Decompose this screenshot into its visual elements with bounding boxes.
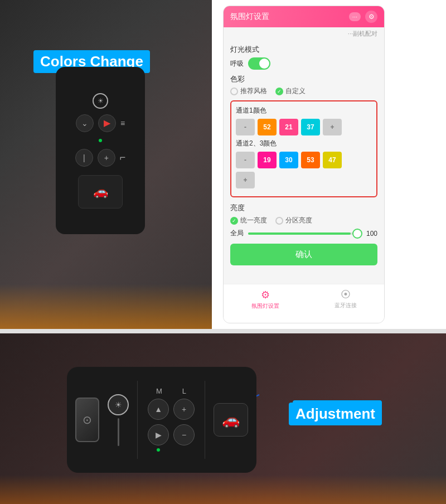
panel-row-2: ⌄ ▶ ≡ bbox=[76, 114, 125, 132]
nav-ambient[interactable]: ⚙ 氛围灯设置 bbox=[251, 289, 279, 310]
dial-knob[interactable]: ⊙ bbox=[75, 398, 99, 442]
brightness-title: 亮度 bbox=[230, 203, 377, 213]
power-btn[interactable]: | bbox=[75, 149, 93, 167]
m-label: M bbox=[156, 387, 162, 395]
green-dot bbox=[157, 448, 160, 452]
phone-app: 氛围灯设置 ··· ⚙ ···副机配对 灯光模式 呼吸 色彩 推荐风格 bbox=[223, 6, 385, 323]
color-section-title: 色彩 bbox=[230, 74, 377, 84]
header-dots[interactable]: ··· bbox=[349, 12, 361, 21]
app-header: 氛围灯设置 ··· ⚙ bbox=[224, 6, 384, 27]
gear-icon[interactable]: ⚙ bbox=[365, 11, 377, 23]
zone-label: 分区亮度 bbox=[285, 216, 312, 225]
app-subheader: ···副机配对 bbox=[224, 27, 384, 40]
minus-bottom-btn[interactable]: − bbox=[173, 424, 195, 445]
plus-bottom-btn[interactable]: + bbox=[173, 399, 195, 420]
channel23-chips: - 19 30 53 47 bbox=[236, 152, 372, 168]
channel1-title: 通道1颜色 bbox=[236, 106, 372, 115]
recommend-radio[interactable] bbox=[230, 88, 238, 95]
lines-icon: ≡ bbox=[120, 119, 125, 128]
slider-row: 全局 100 bbox=[230, 229, 377, 238]
breathing-label: 呼吸 bbox=[230, 59, 244, 69]
sun-section: ☀ bbox=[108, 394, 129, 446]
ambient-nav-icon: ⚙ bbox=[261, 289, 270, 301]
zone-radio[interactable] bbox=[275, 217, 283, 225]
control-panel-bottom: ⊙ ☀ M L ▲ + ▶ − 🚗 bbox=[67, 367, 256, 473]
chip-47[interactable]: 47 bbox=[323, 152, 342, 168]
chip-minus-2[interactable]: - bbox=[236, 152, 255, 168]
chip-minus-1[interactable]: - bbox=[236, 119, 255, 135]
adjustment-label: Adjustment bbox=[289, 403, 382, 425]
divider-line bbox=[137, 381, 138, 459]
chip-30[interactable]: 30 bbox=[279, 152, 298, 168]
down-arrow-btn[interactable]: ⌄ bbox=[76, 114, 94, 132]
plus-btn[interactable]: + bbox=[98, 149, 115, 167]
panel-row-3: | + ⌐ bbox=[75, 149, 126, 167]
all-label: 全局 bbox=[230, 229, 244, 238]
color-radio-row: 推荐风格 自定义 bbox=[230, 86, 377, 96]
chip-53[interactable]: 53 bbox=[301, 152, 320, 168]
recommend-option[interactable]: 推荐风格 bbox=[230, 86, 267, 96]
recommend-label: 推荐风格 bbox=[240, 86, 267, 96]
chip-19[interactable]: 19 bbox=[258, 152, 277, 168]
app-title: 氛围灯设置 bbox=[230, 12, 269, 22]
unified-radio[interactable] bbox=[230, 217, 238, 225]
car-icon-top[interactable]: 🚗 bbox=[78, 175, 123, 209]
channel23-title: 通道2、3颜色 bbox=[236, 139, 372, 148]
channel1-chips: - 52 21 37 + bbox=[236, 119, 372, 135]
breathing-row: 呼吸 bbox=[230, 57, 377, 70]
divider-line-2 bbox=[205, 381, 205, 459]
chip-plus-23[interactable]: + bbox=[236, 172, 255, 188]
ambient-nav-label: 氛围灯设置 bbox=[251, 302, 279, 310]
channel23-plus-row: + bbox=[236, 172, 372, 188]
right-arrow-bottom-btn[interactable]: ▶ bbox=[148, 424, 169, 445]
section-divider bbox=[0, 329, 446, 333]
bluetooth-nav-icon: ⦿ bbox=[341, 289, 351, 301]
zone-option[interactable]: 分区亮度 bbox=[275, 216, 312, 225]
chip-21[interactable]: 21 bbox=[279, 119, 298, 135]
custom-label: 自定义 bbox=[285, 86, 306, 96]
chip-52[interactable]: 52 bbox=[258, 119, 277, 135]
button-grid-section: M L ▲ + ▶ − bbox=[146, 387, 196, 453]
header-icons: ··· ⚙ bbox=[349, 11, 377, 23]
car-icon-bottom[interactable]: 🚗 bbox=[214, 403, 248, 437]
right-arrow-btn[interactable]: ▶ bbox=[98, 114, 116, 132]
control-panel-top: ☀ ⌄ ▶ ≡ | + ⌐ 🚗 bbox=[56, 67, 145, 234]
panel-row-1: ☀ bbox=[93, 93, 108, 109]
brightness-slider[interactable] bbox=[248, 232, 362, 235]
sun-btn-bottom: ☀ bbox=[108, 394, 129, 415]
ml-labels: M L bbox=[146, 387, 196, 395]
app-body: 灯光模式 呼吸 色彩 推荐风格 自定义 通道1颜色 bbox=[224, 40, 384, 270]
sun-icon: ☀ bbox=[93, 93, 108, 109]
chip-plus-1[interactable]: + bbox=[323, 119, 342, 135]
light-mode-title: 灯光模式 bbox=[230, 45, 377, 55]
nav-bluetooth[interactable]: ⦿ 蓝牙连接 bbox=[334, 289, 357, 309]
breathing-toggle[interactable] bbox=[248, 57, 270, 70]
slider-fill bbox=[248, 232, 351, 235]
car-panel-top: Colors Change ☀ ⌄ ▶ ≡ bbox=[0, 0, 212, 329]
chip-37[interactable]: 37 bbox=[301, 119, 320, 135]
slider-thumb[interactable] bbox=[352, 229, 362, 239]
slider-bar bbox=[118, 418, 119, 446]
l-label: L bbox=[182, 387, 186, 395]
channel-box: 通道1颜色 - 52 21 37 + 通道2、3颜色 - 19 30 53 47 bbox=[230, 100, 377, 197]
bluetooth-nav-label: 蓝牙连接 bbox=[334, 302, 357, 309]
unified-option[interactable]: 统一亮度 bbox=[230, 216, 267, 225]
btn-grid: ▲ + ▶ − bbox=[148, 399, 195, 453]
top-section: Colors Change ☀ ⌄ ▶ ≡ bbox=[0, 0, 446, 329]
brightness-value: 100 bbox=[366, 230, 377, 238]
dot-btn-container: ▶ bbox=[148, 424, 169, 453]
bracket-icon: ⌐ bbox=[120, 152, 126, 163]
custom-radio-checked[interactable] bbox=[275, 88, 283, 95]
bottom-section: Brightness Adjustment ⊙ ☀ M L ▲ bbox=[0, 333, 446, 504]
confirm-button[interactable]: 确认 bbox=[230, 244, 377, 265]
up-arrow-bottom-btn[interactable]: ▲ bbox=[148, 399, 169, 420]
brightness-radios: 统一亮度 分区亮度 bbox=[230, 216, 377, 225]
app-bottom-nav: ⚙ 氛围灯设置 ⦿ 蓝牙连接 bbox=[224, 284, 384, 323]
dot-indicator bbox=[99, 139, 102, 142]
unified-label: 统一亮度 bbox=[240, 216, 267, 225]
custom-option[interactable]: 自定义 bbox=[275, 86, 306, 96]
brightness-section: 亮度 统一亮度 分区亮度 全局 bbox=[230, 203, 377, 238]
